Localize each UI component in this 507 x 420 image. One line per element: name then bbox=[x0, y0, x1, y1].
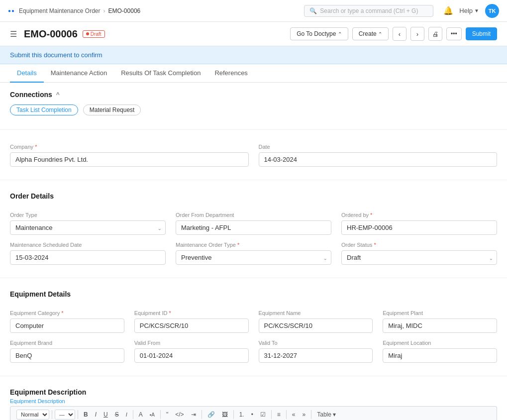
code-button[interactable]: </> bbox=[172, 410, 187, 420]
order-from-dept-input[interactable] bbox=[176, 220, 331, 235]
equipment-brand-input[interactable] bbox=[10, 348, 124, 363]
next-button[interactable]: › bbox=[410, 27, 424, 41]
equipment-id-label: Equipment ID * bbox=[134, 310, 249, 316]
doc-title: EMO-00006 bbox=[24, 28, 78, 40]
equipment-plant-label: Equipment Plant bbox=[383, 310, 497, 316]
equipment-location-group: Equipment Location bbox=[383, 340, 497, 363]
hamburger-icon[interactable]: ☰ bbox=[10, 29, 17, 39]
order-type-select-wrapper: Maintenance bbox=[10, 220, 166, 235]
help-button[interactable]: Help ▼ bbox=[459, 7, 479, 14]
maintenance-scheduled-date-input[interactable] bbox=[10, 250, 166, 265]
print-button[interactable]: 🖨 bbox=[428, 27, 442, 41]
strikethrough-button[interactable]: S bbox=[112, 410, 122, 420]
search-bar[interactable]: 🔍 Search or type a command (Ctrl + G) bbox=[304, 5, 433, 17]
connections-row: Task List Completion Material Request bbox=[10, 105, 497, 115]
company-required: * bbox=[35, 144, 37, 150]
prev-button[interactable]: ‹ bbox=[393, 27, 406, 41]
image-button[interactable]: 🖼 bbox=[219, 410, 231, 420]
company-date-section: Company * Date bbox=[0, 136, 507, 178]
divider-4 bbox=[0, 376, 507, 376]
go-to-doctype-button[interactable]: Go To Doctype ⌃ bbox=[290, 27, 348, 40]
bold-button[interactable]: B bbox=[81, 410, 91, 420]
paragraph-style-select[interactable]: Normal bbox=[16, 410, 49, 420]
equipment-details-section: Equipment Category * Equipment ID * Equi… bbox=[0, 302, 507, 374]
breadcrumb-equipment[interactable]: Equipment Maintenance Order bbox=[19, 7, 100, 14]
toolbar-sep-8 bbox=[286, 410, 287, 419]
equipment-name-input[interactable] bbox=[259, 318, 373, 333]
bell-icon[interactable]: 🔔 bbox=[443, 6, 453, 15]
order-row-1: Order Type Maintenance Order From Depart… bbox=[10, 212, 497, 235]
indent2-button[interactable]: » bbox=[300, 410, 309, 420]
app-logo: ●● bbox=[8, 8, 15, 13]
toolbar-sep-6 bbox=[233, 410, 234, 419]
order-status-select[interactable]: Draft bbox=[341, 250, 497, 265]
align-left-button[interactable]: ≡ bbox=[274, 410, 284, 420]
conn-task-list-completion[interactable]: Task List Completion bbox=[10, 105, 78, 115]
link-button[interactable]: 🔗 bbox=[204, 410, 218, 420]
equipment-name-group: Equipment Name bbox=[259, 310, 373, 333]
equipment-category-input[interactable] bbox=[10, 318, 124, 333]
ordered-by-label: Ordered by * bbox=[341, 212, 497, 218]
valid-to-group: Valid To bbox=[259, 340, 373, 363]
connections-title: Connections ^ bbox=[10, 91, 497, 99]
divider-3 bbox=[0, 278, 507, 278]
ordered-by-required: * bbox=[370, 212, 372, 218]
dash-select[interactable]: --- bbox=[55, 410, 75, 420]
tab-maintenance-action[interactable]: Maintenance Action bbox=[44, 64, 114, 83]
valid-to-input[interactable] bbox=[259, 348, 373, 363]
tab-details[interactable]: Details bbox=[10, 64, 44, 83]
draft-label: Draft bbox=[91, 31, 101, 37]
submit-button[interactable]: Submit bbox=[466, 27, 497, 40]
equipment-name-label: Equipment Name bbox=[259, 310, 373, 316]
equipment-brand-group: Equipment Brand bbox=[10, 340, 124, 363]
more-options-button[interactable]: ••• bbox=[446, 27, 462, 40]
highlight-button[interactable]: ▪A bbox=[147, 411, 158, 419]
italic-button[interactable]: I bbox=[92, 410, 100, 420]
order-type-select[interactable]: Maintenance bbox=[10, 220, 166, 235]
equipment-plant-group: Equipment Plant bbox=[383, 310, 497, 333]
avatar[interactable]: TK bbox=[485, 4, 499, 18]
font-color-button[interactable]: A bbox=[136, 410, 146, 420]
outdent-button[interactable]: « bbox=[289, 410, 299, 420]
ordered-by-group: Ordered by * bbox=[341, 212, 497, 235]
tab-references[interactable]: References bbox=[207, 64, 254, 83]
date-input[interactable] bbox=[259, 152, 498, 167]
toolbar-sep-9 bbox=[311, 410, 311, 419]
connections-collapse-icon[interactable]: ^ bbox=[56, 91, 60, 98]
indent-button[interactable]: ⇥ bbox=[188, 410, 199, 420]
company-label: Company * bbox=[10, 144, 249, 150]
equipment-location-label: Equipment Location bbox=[383, 340, 497, 346]
draft-badge: Draft bbox=[83, 30, 105, 38]
maintenance-order-type-label: Maintenance Order Type * bbox=[176, 242, 331, 248]
italic2-button[interactable]: I bbox=[123, 410, 130, 419]
table-button[interactable]: Table ▾ bbox=[314, 410, 339, 420]
ordered-by-input[interactable] bbox=[341, 220, 497, 235]
tab-results-task-completion[interactable]: Results Of Task Completion bbox=[114, 64, 207, 83]
submit-banner: Submit this document to confirm bbox=[0, 46, 507, 64]
ordered-list-button[interactable]: 1. bbox=[236, 410, 247, 420]
equipment-plant-input[interactable] bbox=[383, 318, 497, 333]
equipment-location-input[interactable] bbox=[383, 348, 497, 363]
order-from-dept-group: Order From Department bbox=[176, 212, 331, 235]
order-from-dept-label: Order From Department bbox=[176, 212, 331, 218]
maintenance-order-type-required: * bbox=[237, 242, 239, 248]
blockquote-button[interactable]: " bbox=[163, 410, 171, 420]
bullet-list-button[interactable]: • bbox=[248, 410, 256, 420]
maintenance-order-type-select[interactable]: Preventive bbox=[176, 250, 331, 265]
connections-section: Connections ^ Task List Completion Mater… bbox=[0, 83, 507, 127]
equipment-id-input[interactable] bbox=[134, 318, 249, 333]
valid-from-input[interactable] bbox=[134, 348, 249, 363]
order-status-label: Order Status * bbox=[341, 242, 497, 248]
maintenance-order-type-select-wrapper: Preventive bbox=[176, 250, 331, 265]
checklist-button[interactable]: ☑ bbox=[257, 410, 269, 420]
toolbar-sep-2 bbox=[78, 410, 78, 419]
conn-material-request[interactable]: Material Request bbox=[83, 105, 141, 115]
company-input[interactable] bbox=[10, 152, 249, 167]
breadcrumb: Equipment Maintenance Order › EMO-00006 bbox=[19, 7, 140, 14]
underline-button[interactable]: U bbox=[101, 410, 111, 420]
valid-from-group: Valid From bbox=[134, 340, 249, 363]
editor-container: Normal --- B I U S I A ▪A " </> ⇥ 🔗 🖼 1.… bbox=[10, 406, 497, 420]
create-button[interactable]: Create ⌃ bbox=[352, 27, 389, 40]
breadcrumb-current: EMO-00006 bbox=[108, 7, 141, 14]
valid-from-label: Valid From bbox=[134, 340, 249, 346]
